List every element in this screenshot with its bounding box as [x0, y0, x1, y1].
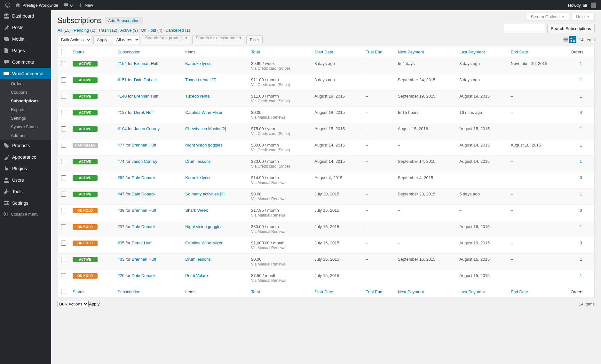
submenu-item-orders[interactable]: Orders [0, 79, 51, 88]
subscription-link[interactable]: #26 [117, 273, 124, 278]
menu-item-plugins[interactable]: Plugins [0, 163, 51, 174]
subscription-link[interactable]: #33 [117, 257, 124, 262]
orders-link[interactable]: 0 [580, 175, 582, 180]
customer-filter-select[interactable]: Search for a customer… [192, 35, 244, 44]
row-checkbox[interactable] [61, 208, 66, 213]
submenu-item-coupons[interactable]: Coupons [0, 88, 51, 97]
menu-item-posts[interactable]: Posts [0, 22, 51, 33]
row-checkbox[interactable] [61, 143, 66, 148]
item-link[interactable]: Catalina Wine Mixer [185, 110, 222, 115]
orders-link[interactable]: 1 [580, 159, 582, 164]
customer-link[interactable]: Dale Doback [131, 224, 155, 229]
orders-link[interactable]: 0 [580, 208, 582, 213]
customer-link[interactable]: Brennan Huff [131, 257, 156, 262]
customer-link[interactable]: Brennan Huff [134, 61, 158, 66]
orders-link[interactable]: 3 [580, 241, 582, 245]
row-checkbox[interactable] [61, 257, 66, 262]
menu-item-appearance[interactable]: Appearance [0, 151, 51, 163]
subscription-link[interactable]: #62 [117, 175, 124, 180]
apply-bulk-button-bottom[interactable]: Apply [88, 301, 100, 307]
row-checkbox[interactable] [61, 77, 66, 83]
item-link[interactable]: Night vision goggles [185, 143, 222, 147]
column-status[interactable]: Status [69, 46, 114, 58]
column-subscription[interactable]: Subscription [114, 46, 182, 58]
view-filter-all[interactable]: All (15) [58, 28, 71, 33]
customer-link[interactable]: Derek Huff [131, 241, 151, 245]
menu-item-dashboard[interactable]: Dashboard [0, 10, 51, 22]
search-button[interactable]: Search Subscriptions [547, 24, 595, 33]
orders-link[interactable]: 1 [580, 273, 582, 278]
item-link[interactable]: Por ti Volare [185, 273, 208, 278]
orders-link[interactable]: 1 [580, 61, 582, 66]
filter-button[interactable]: Filter [246, 35, 263, 44]
row-checkbox[interactable] [61, 61, 66, 66]
column-total[interactable]: Total [248, 46, 311, 58]
subscription-link[interactable]: #104 [117, 126, 127, 131]
orders-link[interactable]: 1 [580, 143, 582, 147]
customer-link[interactable]: Jason Conroy [134, 126, 160, 131]
item-link[interactable]: So many activities [?] [185, 192, 225, 196]
date-filter-select[interactable]: All dates [113, 35, 140, 44]
menu-item-woocommerce[interactable]: WooCommerce [0, 68, 51, 79]
column-subscription[interactable]: Subscription [114, 286, 182, 298]
submenu-item-settings[interactable]: Settings [0, 114, 51, 123]
wp-logo[interactable] [3, 0, 13, 10]
submenu-item-reports[interactable]: Reports [0, 105, 51, 114]
column-last-payment[interactable]: Last Payment [456, 46, 507, 58]
view-filter-active[interactable]: Active (9) [120, 28, 138, 33]
view-excerpt-icon[interactable] [569, 36, 576, 43]
customer-link[interactable]: Derek Huff [134, 110, 154, 115]
menu-item-settings[interactable]: Settings [0, 197, 51, 209]
view-filter-pending[interactable]: Pending (1) [74, 28, 95, 33]
item-link[interactable]: Shark Week [185, 208, 208, 213]
subscription-link[interactable]: #74 [117, 159, 124, 164]
row-checkbox[interactable] [61, 126, 66, 131]
row-checkbox[interactable] [61, 241, 66, 246]
subscription-link[interactable]: #37 [117, 224, 124, 229]
item-link[interactable]: Night vision goggles [185, 224, 222, 229]
column-status[interactable]: Status [69, 286, 114, 298]
orders-link[interactable]: 1 [580, 126, 582, 131]
menu-item-users[interactable]: Users [0, 174, 51, 186]
column-start-date[interactable]: Start Date [311, 46, 362, 58]
view-filter-on-hold[interactable]: On Hold (4) [141, 28, 162, 33]
item-link[interactable]: Tuxedo rental [?] [185, 77, 216, 82]
column-next-payment[interactable]: Next Payment [395, 286, 456, 298]
customer-link[interactable]: Dale Doback [131, 192, 155, 196]
row-checkbox[interactable] [61, 273, 66, 278]
apply-bulk-button[interactable]: Apply [93, 35, 111, 44]
item-link[interactable]: Drum lessons [185, 159, 210, 164]
column-trial-end[interactable]: Trial End [363, 46, 395, 58]
subscription-link[interactable]: #151 [117, 77, 127, 82]
search-input[interactable] [504, 24, 545, 33]
column-total[interactable]: Total [248, 286, 311, 298]
select-all-checkbox[interactable] [61, 289, 66, 294]
subscription-link[interactable]: #39 [117, 208, 124, 213]
item-link[interactable]: Chewbacca Masks [?] [185, 126, 226, 131]
customer-link[interactable]: Jason Conroy [131, 159, 157, 164]
row-checkbox[interactable] [61, 159, 66, 164]
menu-item-pages[interactable]: Pages [0, 45, 51, 56]
orders-link[interactable]: 1 [580, 94, 582, 99]
subscription-link[interactable]: #140 [117, 94, 127, 99]
column-last-payment[interactable]: Last Payment [456, 286, 507, 298]
customer-link[interactable]: Dale Doback [131, 175, 155, 180]
row-checkbox[interactable] [61, 94, 66, 99]
screen-options-tab[interactable]: Screen Options▼ [526, 13, 570, 20]
menu-item-products[interactable]: Products [0, 140, 51, 151]
item-link[interactable]: Drum lessons [185, 257, 210, 262]
column-end-date[interactable]: End Date [508, 286, 568, 298]
submenu-item-subscriptions[interactable]: Subscriptions [0, 97, 51, 105]
menu-item-comments[interactable]: Comments [0, 56, 51, 68]
row-checkbox[interactable] [61, 110, 66, 115]
new-link[interactable]: New [75, 0, 96, 10]
select-all-checkbox[interactable] [61, 49, 66, 54]
customer-link[interactable]: Dale Doback [131, 273, 155, 278]
orders-link[interactable]: 1 [580, 224, 582, 229]
orders-link[interactable]: 1 [580, 192, 582, 196]
comments-link[interactable]: 0 [61, 0, 75, 10]
row-checkbox[interactable] [61, 175, 66, 180]
orders-link[interactable]: 1 [580, 77, 582, 82]
column-end-date[interactable]: End Date [508, 46, 568, 58]
subscription-link[interactable]: #154 [117, 61, 127, 66]
